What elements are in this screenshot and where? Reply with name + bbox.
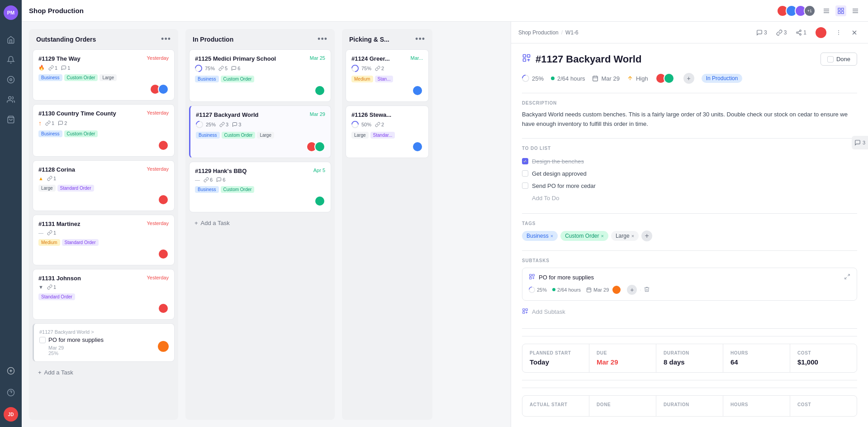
bell-icon[interactable] [4,53,18,67]
tag-custom-order: Custom Order [221,76,255,82]
side-comment-btn[interactable]: 3 [852,136,868,149]
tag-large-remove[interactable]: × [631,233,634,239]
svg-point-33 [838,32,839,33]
grid-view-icon[interactable] [835,5,846,16]
tag-standard-order: Standard Order [62,239,99,246]
description-label: DESCRIPTION [522,101,857,106]
detail-avatar-btn[interactable] [813,25,829,40]
add-icon[interactable] [4,364,18,378]
column-more-in-production[interactable]: ••• [318,34,327,44]
add-task-outstanding[interactable]: + Add a Task [33,365,175,379]
subtask-expand-icon[interactable] [844,273,850,281]
task-card-1127[interactable]: #1127 Backyard World Mar 29 25% [189,106,331,158]
task-date: Yesterday [147,110,169,115]
subtask-checkbox[interactable] [39,337,46,343]
todo-checkbox-3[interactable] [522,182,528,189]
stat-done: DONE [589,396,656,416]
tag-medium: Medium [351,76,373,82]
stat-actual-hours: HOURS [723,396,790,416]
column-title-picking: Picking & S... [349,36,389,43]
done-checkbox [827,56,834,62]
meta-hours[interactable]: 2/64 hours [551,75,585,82]
add-member-button[interactable]: + [683,73,694,84]
task-card-1131-johnson[interactable]: #1131 Johnson Yesterday ▼ 1 [33,269,175,320]
meta-status[interactable]: In Production [702,74,743,83]
task-card-1124[interactable]: #1124 Greer... Mar... 75% 2 [346,49,429,102]
link-count-btn[interactable]: 3 [773,28,790,38]
tag-custom-order: Custom Order [221,186,255,193]
stat-done-label: DONE [597,402,649,407]
todo-item-3[interactable]: Send PO for more cedar [522,180,857,192]
priority-icon: — [38,230,43,235]
todo-item-1[interactable]: Design the benches [522,155,857,168]
share-count-btn[interactable]: 1 [793,28,809,38]
bottom-avatar[interactable]: JD [4,407,18,422]
user-avatar[interactable]: PM [4,5,18,20]
todo-label: TO DO LIST [522,146,857,151]
tag-large-label: Large [616,233,630,239]
detail-meta-row: 25% 2/64 hours Mar 29 High [522,73,857,84]
task-card-1125[interactable]: #1125 Medici Primary School Mar 25 75% [189,49,331,102]
todo-checkbox-1[interactable] [522,158,528,164]
task-card-1129-hanks[interactable]: #1129 Hank's BBQ Apr 5 — 6 [189,162,331,212]
done-button[interactable]: Done [821,53,857,66]
meta-due[interactable]: Mar 29 [592,75,619,82]
add-assignee-subtask[interactable]: + [627,285,637,295]
page-title: Shop Production [29,7,771,14]
stat-due-label: DUE [597,350,649,355]
add-task-in-production[interactable]: + Add a Task [189,216,331,230]
svg-rect-15 [841,11,844,14]
tag-business-remove[interactable]: × [550,233,553,239]
todo-checkbox-2[interactable] [522,170,528,177]
task-card-1129-the-way[interactable]: #1129 The Way Yesterday 🔥 1 [33,49,175,101]
assignee-avatar [158,303,169,314]
add-tag-button[interactable]: + [641,230,652,241]
svg-rect-38 [527,54,530,57]
task-card-1130[interactable]: #1130 Country Time County Yesterday ↑ 1 [33,104,175,157]
list-view-icon[interactable] [850,5,861,16]
assignee-avatar [412,85,423,96]
stat-actual-cost-label: COST [797,402,849,407]
tags-label: TAGS [522,221,857,226]
task-card-1128[interactable]: #1128 Corina Yesterday ▲ 1 [33,160,175,211]
tag-large: Large [100,74,117,81]
location-icon[interactable] [4,72,18,87]
svg-rect-37 [523,54,526,57]
tag-custom-remove[interactable]: × [601,233,604,239]
more-options-btn[interactable] [833,28,844,38]
stat-duration-value: 8 days [664,358,716,366]
stat-hours-value: 64 [730,358,783,366]
task-card-1131-martinez[interactable]: #1131 Martinez Yesterday — 1 [33,215,175,265]
divider-6 [522,380,857,380]
close-panel-btn[interactable] [848,27,861,38]
meta-priority[interactable]: High [627,75,648,82]
add-subtask-button[interactable]: Add Subtask [522,304,857,319]
help-icon[interactable] [4,385,18,400]
task-comments: 6 [216,177,225,182]
task-id: #1128 Corina [38,166,75,173]
column-more-picking[interactable]: ••• [415,34,425,44]
todo-item-2[interactable]: Get design approved [522,168,857,180]
subtask-item-1[interactable]: PO for more supplies 25 [522,268,857,301]
meta-progress[interactable]: 25% [522,75,544,82]
task-card-1126[interactable]: #1126 Stewa... 50% 2 [346,106,429,158]
delete-subtask-btn[interactable] [644,286,650,293]
subtask-card[interactable]: #1127 Backyard World > PO for more suppl… [33,323,175,362]
add-todo-btn[interactable]: Add To Do [522,192,857,204]
assignee-avatar [158,140,169,151]
svg-rect-57 [523,312,525,313]
comment-count-btn[interactable]: 3 [754,28,770,38]
menu-icon[interactable] [821,5,832,16]
users-icon[interactable] [4,92,18,107]
home-icon[interactable] [4,33,18,47]
column-more-outstanding[interactable]: ••• [161,34,171,44]
bag-icon[interactable] [4,112,18,127]
detail-title: #1127 Backyard World [522,53,641,65]
svg-rect-14 [838,11,840,14]
stat-actual-start-label: ACTUAL START [530,402,582,407]
subtask-assignee [612,285,621,295]
task-date: Yesterday [147,166,169,172]
svg-rect-47 [532,274,534,276]
stat-cost-value: $1,000 [797,358,849,366]
task-id: #1124 Greer... [351,55,390,62]
